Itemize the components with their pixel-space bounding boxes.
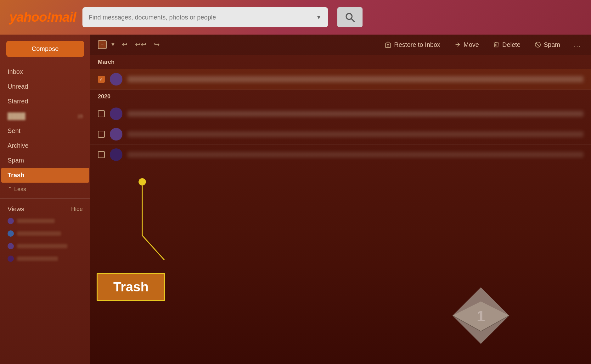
search-input[interactable]	[89, 14, 313, 21]
email-list-panel: − ▼ ↩ ↩↩ ↪ Restore to Inbox	[90, 35, 591, 364]
email-avatar-1	[110, 73, 122, 85]
restore-icon	[385, 41, 391, 48]
move-button[interactable]: Move	[451, 39, 482, 50]
email-row-2[interactable]	[90, 104, 591, 124]
header: yahoo!mail ▼	[0, 0, 591, 35]
sidebar-item-sent[interactable]: Sent	[0, 124, 90, 138]
sidebar-item-starred[interactable]: Starred	[0, 94, 90, 109]
spam-button[interactable]: Spam	[531, 39, 563, 50]
view-dot-3	[8, 243, 14, 249]
chevron-up-icon: ⌃	[8, 186, 12, 193]
tooltip-text: Trash	[113, 279, 149, 294]
trash-label: Trash	[8, 172, 24, 179]
compose-button[interactable]: Compose	[6, 41, 84, 57]
view-dot-4	[8, 256, 14, 262]
email-avatar-2	[110, 108, 122, 120]
restore-to-inbox-button[interactable]: Restore to Inbox	[381, 39, 443, 50]
annotation-overlay	[90, 165, 591, 364]
envelope-container: 1	[449, 284, 512, 348]
starred-label: Starred	[8, 98, 28, 105]
archive-label: Archive	[8, 142, 29, 149]
toolbar: − ▼ ↩ ↩↩ ↪ Restore to Inbox	[90, 35, 591, 55]
toolbar-left: − ▼ ↩ ↩↩ ↪	[98, 39, 162, 50]
sidebar-item-drafts[interactable]: ████ 15	[0, 109, 90, 124]
lower-area: Trash 1	[90, 165, 591, 364]
logo: yahoo!mail	[9, 10, 76, 25]
section-march-label: March	[98, 59, 115, 65]
views-section: Views Hide	[0, 201, 90, 215]
views-label: Views	[8, 206, 24, 213]
email-avatar-3	[110, 128, 122, 141]
email-content-2	[127, 111, 583, 117]
sidebar-item-inbox[interactable]: Inbox	[0, 64, 90, 79]
email-content-4	[127, 152, 583, 157]
sent-label: Sent	[8, 127, 20, 135]
svg-line-6	[142, 235, 164, 260]
reply-all-button[interactable]: ↩↩	[132, 39, 149, 50]
view-item-3[interactable]	[0, 240, 90, 252]
toolbar-main-actions: Restore to Inbox Move Delete	[381, 39, 583, 50]
select-dropdown-chevron[interactable]: ▼	[109, 41, 117, 49]
view-item-4[interactable]	[0, 252, 90, 265]
sidebar: Compose Inbox Unread Starred ████ 15 Sen…	[0, 35, 90, 364]
view-label-3	[17, 244, 67, 248]
email-content-1	[127, 76, 583, 82]
sidebar-item-unread[interactable]: Unread	[0, 79, 90, 94]
svg-line-3	[536, 43, 540, 47]
exclamation: !	[47, 10, 51, 25]
envelope-icon: 1	[449, 284, 512, 347]
sidebar-item-spam[interactable]: Spam	[0, 153, 90, 168]
tooltip-container: Trash	[97, 273, 165, 301]
spam-label: Spam	[544, 41, 560, 48]
email-content-3	[127, 131, 583, 137]
delete-icon	[493, 41, 500, 48]
section-2020: 2020	[90, 90, 591, 104]
view-label-2	[17, 231, 61, 236]
inbox-label: Inbox	[8, 68, 23, 75]
view-item-1[interactable]	[0, 215, 90, 227]
email-row-3[interactable]	[90, 124, 591, 145]
annotation-arrow	[90, 165, 591, 364]
restore-label: Restore to Inbox	[394, 41, 440, 48]
delete-label: Delete	[502, 41, 521, 48]
email-row-4[interactable]	[90, 145, 591, 165]
email-checkbox-2[interactable]	[98, 110, 105, 117]
search-bar[interactable]: ▼	[82, 7, 328, 27]
sidebar-item-trash[interactable]: Trash	[1, 168, 89, 183]
tooltip-box: Trash	[97, 273, 165, 301]
view-dot-1	[8, 218, 14, 224]
email-checkbox-3[interactable]	[98, 131, 105, 138]
view-label-4	[17, 256, 58, 261]
main-layout: Compose Inbox Unread Starred ████ 15 Sen…	[0, 35, 591, 364]
less-label: Less	[14, 186, 26, 193]
view-item-2[interactable]	[0, 227, 90, 240]
spam-label: Spam	[8, 157, 24, 164]
svg-point-4	[138, 178, 146, 185]
delete-button[interactable]: Delete	[490, 39, 524, 50]
section-2020-label: 2020	[98, 93, 110, 100]
move-label: Move	[464, 41, 479, 48]
select-all-checkbox[interactable]: −	[98, 40, 107, 49]
divider	[0, 198, 90, 199]
more-options-button[interactable]: …	[571, 39, 583, 50]
svg-text:1: 1	[477, 308, 485, 324]
reply-button[interactable]: ↩	[119, 39, 130, 50]
chevron-down-icon: ▼	[316, 14, 322, 21]
email-avatar-4	[110, 148, 122, 161]
search-button[interactable]	[337, 7, 363, 27]
search-icon	[345, 12, 355, 22]
drafts-label: ████	[8, 113, 25, 120]
email-checkbox-1[interactable]: ✓	[98, 76, 105, 83]
email-row-1[interactable]: ✓	[90, 69, 591, 90]
less-button[interactable]: ⌃ Less	[0, 183, 90, 196]
move-icon	[454, 41, 461, 48]
svg-line-1	[351, 19, 354, 21]
drafts-badge: 15	[77, 113, 83, 119]
hide-button[interactable]: Hide	[71, 206, 83, 212]
sidebar-item-archive[interactable]: Archive	[0, 138, 90, 153]
view-dot-2	[8, 230, 14, 237]
email-checkbox-4[interactable]	[98, 151, 105, 158]
yahoo-text: yahoo	[9, 10, 47, 25]
mail-text: mail	[51, 10, 76, 25]
forward-button[interactable]: ↪	[151, 39, 162, 50]
